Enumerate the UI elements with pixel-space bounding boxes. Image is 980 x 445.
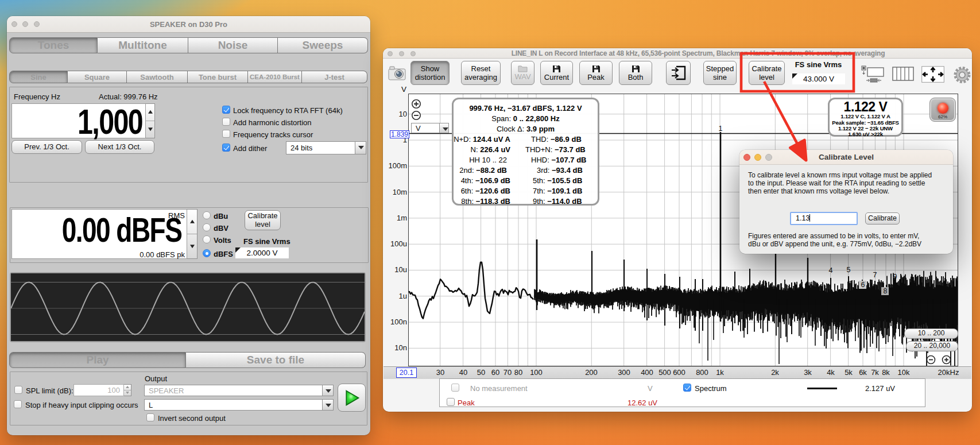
svg-text:6: 6 xyxy=(861,281,865,289)
svg-text:9: 9 xyxy=(893,273,897,281)
svg-text:4: 4 xyxy=(829,266,833,274)
svg-text:5: 5 xyxy=(847,266,851,274)
svg-text:8: 8 xyxy=(884,287,888,295)
svg-text:7: 7 xyxy=(873,271,877,279)
svg-text:1: 1 xyxy=(719,125,723,133)
